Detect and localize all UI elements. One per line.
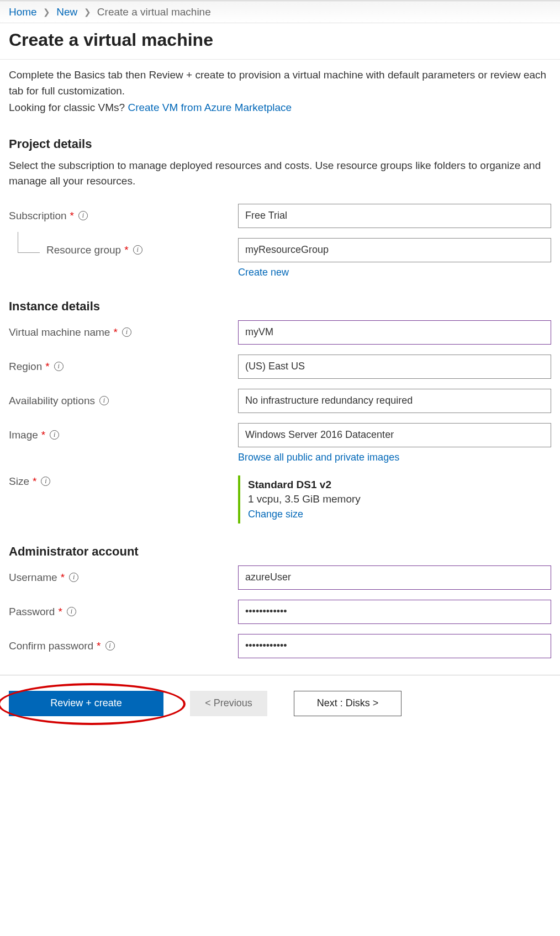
vm-name-input[interactable] — [238, 320, 551, 345]
info-icon[interactable]: i — [99, 396, 109, 405]
info-icon[interactable]: i — [78, 211, 88, 220]
change-size-link[interactable]: Change size — [248, 509, 303, 520]
password-label: Password — [9, 606, 55, 618]
required-indicator: * — [61, 572, 65, 584]
required-indicator: * — [113, 326, 117, 339]
info-icon[interactable]: i — [105, 641, 115, 651]
project-details-desc: Select the subscription to manage deploy… — [9, 158, 551, 189]
size-display: Standard DS1 v2 1 vcpu, 3.5 GiB memory C… — [238, 475, 551, 523]
password-input[interactable] — [238, 600, 551, 624]
next-disks-button[interactable]: Next : Disks > — [294, 691, 401, 716]
chevron-right-icon: ❯ — [84, 7, 91, 17]
region-label: Region — [9, 361, 42, 373]
info-icon[interactable]: i — [54, 362, 64, 371]
classic-vm-prompt: Looking for classic VMs? — [9, 102, 128, 113]
availability-label: Availability options — [9, 395, 95, 407]
required-indicator: * — [41, 429, 45, 441]
username-input[interactable] — [238, 565, 551, 590]
subscription-select[interactable] — [238, 204, 551, 228]
confirm-password-input[interactable] — [238, 634, 551, 658]
project-details-heading: Project details — [9, 137, 551, 151]
previous-button[interactable]: < Previous — [190, 691, 267, 716]
instance-details-heading: Instance details — [9, 299, 551, 314]
browse-images-link[interactable]: Browse all public and private images — [238, 452, 399, 463]
breadcrumb-home[interactable]: Home — [9, 6, 37, 18]
image-label: Image — [9, 429, 38, 441]
size-name: Standard DS1 v2 — [248, 479, 551, 491]
resource-group-select[interactable] — [238, 238, 551, 262]
confirm-password-label: Confirm password — [9, 640, 93, 652]
intro-text: Complete the Basics tab then Review + cr… — [9, 67, 551, 99]
vm-name-label: Virtual machine name — [9, 326, 110, 339]
size-label: Size — [9, 475, 29, 488]
chevron-right-icon: ❯ — [43, 7, 50, 17]
info-icon[interactable]: i — [41, 477, 50, 486]
create-vm-marketplace-link[interactable]: Create VM from Azure Marketplace — [128, 102, 292, 113]
breadcrumb-current: Create a virtual machine — [97, 6, 211, 18]
review-create-button[interactable]: Review + create — [9, 691, 163, 716]
breadcrumb-new[interactable]: New — [56, 6, 77, 18]
required-indicator: * — [33, 475, 36, 488]
required-indicator: * — [124, 244, 128, 256]
username-label: Username — [9, 572, 57, 584]
info-icon[interactable]: i — [133, 245, 142, 255]
region-select[interactable] — [238, 355, 551, 379]
footer-bar: Review + create < Previous Next : Disks … — [0, 675, 560, 738]
info-icon[interactable]: i — [67, 607, 76, 616]
size-description: 1 vcpu, 3.5 GiB memory — [248, 493, 551, 505]
page-title: Create a virtual machine — [0, 23, 560, 60]
resource-group-label: Resource group — [46, 244, 121, 256]
required-indicator: * — [97, 640, 101, 652]
info-icon[interactable]: i — [50, 430, 59, 440]
required-indicator: * — [45, 361, 49, 373]
subscription-label: Subscription — [9, 210, 67, 222]
image-select[interactable] — [238, 423, 551, 447]
required-indicator: * — [70, 210, 74, 222]
tree-connector-icon — [9, 242, 40, 258]
breadcrumb: Home ❯ New ❯ Create a virtual machine — [0, 2, 560, 23]
info-icon[interactable]: i — [122, 327, 131, 337]
create-new-resource-group-link[interactable]: Create new — [238, 267, 289, 278]
admin-account-heading: Administrator account — [9, 544, 551, 559]
availability-select[interactable] — [238, 389, 551, 413]
required-indicator: * — [58, 606, 62, 618]
info-icon[interactable]: i — [69, 573, 78, 582]
